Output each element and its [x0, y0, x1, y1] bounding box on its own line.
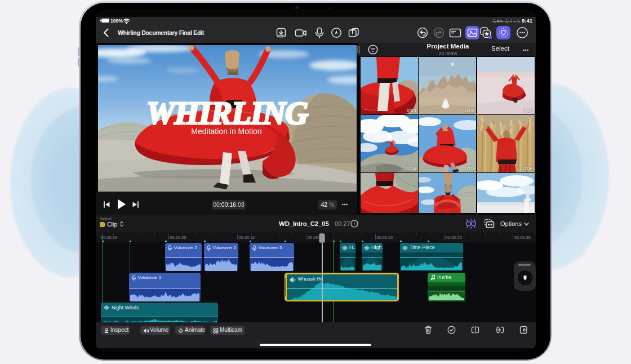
svg-text:i: i [354, 221, 356, 227]
svg-text:Meditation in Motion: Meditation in Motion [191, 127, 261, 136]
svg-text:WHIRLING: WHIRLING [146, 95, 308, 131]
